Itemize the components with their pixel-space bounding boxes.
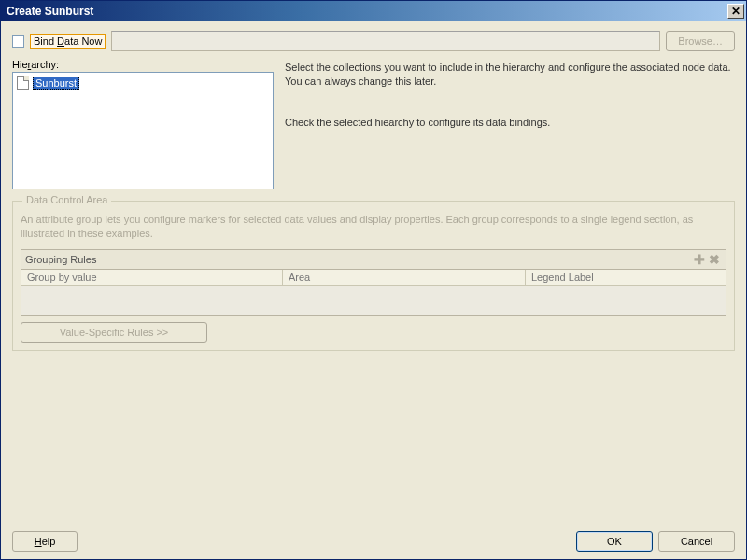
help-button-label: Help [35,536,56,547]
close-icon: ✕ [731,5,740,18]
info-text-1: Select the collections you want to inclu… [285,61,735,90]
cancel-button[interactable]: Cancel [658,531,735,552]
bind-label-mnemonic: D [57,35,64,47]
hierarchy-tree[interactable]: Sunburst [12,72,274,189]
col-area[interactable]: Area [283,270,526,285]
middle-row: Hierarchy: Sunburst Select the collectio… [12,59,735,189]
close-button[interactable]: ✕ [727,4,744,19]
titlebar: Create Sunburst ✕ [1,1,746,21]
bind-data-label[interactable]: Bind Data Now [30,34,106,49]
add-icon[interactable]: ✚ [692,252,707,267]
ok-button-label: OK [607,536,622,547]
value-specific-rules-button[interactable]: Value-Specific Rules >> [21,322,207,343]
col-legend-label[interactable]: Legend Label [526,270,726,285]
info-column: Select the collections you want to inclu… [285,59,735,189]
window-title: Create Sunburst [7,5,727,18]
bind-label-suffix: ata Now [64,35,102,47]
grouping-grid-body[interactable] [21,286,726,315]
bind-data-checkbox[interactable] [12,35,24,48]
content-area: Bind Data Now Browse… Hierarchy: Sunburs… [1,21,746,559]
hierarchy-label: Hierarchy: [12,59,274,70]
file-icon [17,76,29,90]
grouping-rules-header: Grouping Rules ✚ ✖ [21,250,726,270]
ok-button[interactable]: OK [576,531,653,552]
grouping-column-headers: Group by value Area Legend Label [21,270,726,286]
data-path-input[interactable] [111,31,660,51]
bind-data-row: Bind Data Now Browse… [12,31,735,51]
data-control-legend: Data Control Area [22,194,111,205]
grouping-rules-title: Grouping Rules [25,254,692,265]
help-button[interactable]: Help [12,531,78,552]
bind-label-prefix: Bind [34,35,57,47]
col-group-by-value[interactable]: Group by value [21,270,283,285]
hierarchy-column: Hierarchy: Sunburst [12,59,274,189]
dialog-window: Create Sunburst ✕ Bind Data Now Browse… … [0,0,747,560]
browse-button[interactable]: Browse… [666,31,735,51]
tree-item-label: Sunburst [33,77,79,90]
data-control-desc: An attribute group lets you configure ma… [21,213,726,242]
tree-item-sunburst[interactable]: Sunburst [15,75,271,91]
info-text-2: Check the selected hiearchy to configure… [285,116,735,130]
browse-button-label: Browse… [678,35,723,47]
value-specific-rules-label: Value-Specific Rules >> [60,327,169,338]
grouping-rules-panel: Grouping Rules ✚ ✖ Group by value Area L… [21,249,726,316]
data-control-area: Data Control Area An attribute group let… [12,201,735,351]
footer: Help OK Cancel [12,524,735,552]
cancel-button-label: Cancel [681,536,712,547]
delete-icon[interactable]: ✖ [707,252,722,267]
